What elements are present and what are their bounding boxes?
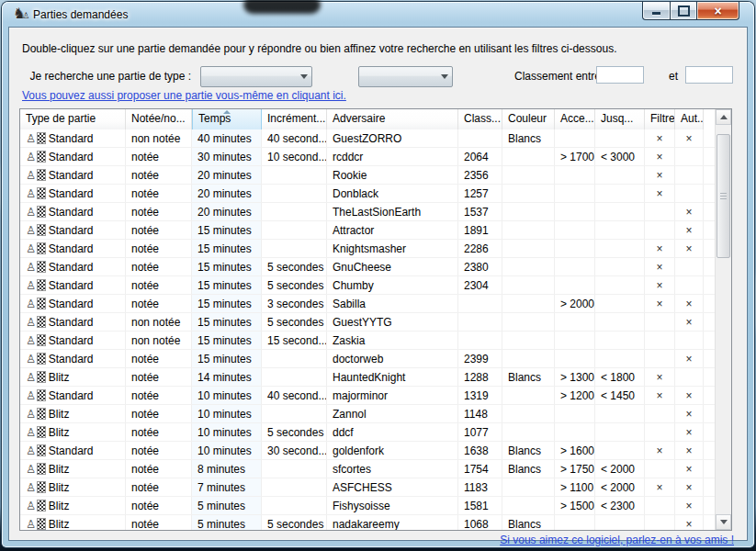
cell-rating bbox=[458, 332, 502, 349]
vertical-scrollbar[interactable] bbox=[715, 109, 731, 530]
rating-min-input[interactable] bbox=[596, 66, 644, 84]
cell-adversary: goldenfork bbox=[327, 442, 458, 459]
cell-time: 40 minutes bbox=[192, 129, 262, 147]
column-header-accept[interactable]: Acce... bbox=[555, 109, 595, 129]
cell-accept bbox=[555, 515, 595, 530]
cell-rated: notée bbox=[126, 515, 192, 530]
game-row[interactable]: ♙Blitznotée7 minutesASFCHESS1183> 1100< … bbox=[20, 478, 716, 497]
cell-rated: notée bbox=[126, 258, 192, 276]
cell-time: 15 minutes bbox=[192, 350, 262, 367]
game-row[interactable]: ♙Standardnotée20 minutesDonblack1257× bbox=[20, 185, 716, 203]
cell-time: 20 minutes bbox=[192, 166, 262, 184]
game-row[interactable]: ♙Standardnotée15 minutesdoctorweb2399× bbox=[20, 350, 716, 368]
game-row[interactable]: ♙Blitznotée10 minutesZannol1148× bbox=[20, 405, 716, 423]
game-row[interactable]: ♙Standardnon notée15 minutes15 second...… bbox=[20, 332, 716, 350]
cell-adversary: Donblack bbox=[327, 185, 458, 202]
cell-color bbox=[502, 350, 555, 367]
cell-rating: 1891 bbox=[458, 221, 502, 239]
maximize-button[interactable] bbox=[670, 2, 697, 20]
column-header-until[interactable]: Jusq... bbox=[595, 109, 645, 129]
cell-accept bbox=[555, 405, 595, 422]
chess-game-icon: ♙ bbox=[26, 224, 46, 236]
cell-adversary: nadakareemy bbox=[327, 515, 458, 530]
games-listview[interactable]: Type de partieNotée/no...TempsIncrément.… bbox=[19, 108, 732, 531]
chess-game-icon: ♙ bbox=[26, 426, 46, 438]
scrollbar-thumb[interactable] bbox=[717, 134, 730, 258]
column-header-increment[interactable]: Incrément... bbox=[262, 109, 327, 129]
cell-accept: > 2000 bbox=[555, 295, 595, 312]
chess-game-icon: ♙ bbox=[26, 298, 46, 309]
game-variant-select[interactable] bbox=[358, 66, 453, 87]
game-row[interactable]: ♙Standardnotée20 minutesTheLastSionEarth… bbox=[20, 203, 716, 221]
scroll-down-button[interactable] bbox=[716, 514, 731, 530]
chess-game-icon: ♙ bbox=[26, 444, 46, 456]
column-header-rated[interactable]: Notée/no... bbox=[126, 109, 192, 129]
intro-text: Double-cliquez sur une partie demandée p… bbox=[22, 42, 739, 55]
chess-game-icon: ♙ bbox=[26, 518, 46, 530]
cell-rated: non notée bbox=[126, 313, 192, 331]
rating-max-input[interactable] bbox=[685, 66, 733, 84]
game-row[interactable]: ♙Standardnotée15 minutes3 secondesSabill… bbox=[20, 295, 716, 313]
game-row[interactable]: ♙Standardnon notée40 minutes40 second...… bbox=[20, 129, 716, 148]
game-row[interactable]: ♙Blitznotée5 minutes5 secondesnadakareem… bbox=[20, 515, 716, 530]
minimize-button[interactable] bbox=[642, 2, 670, 20]
caret-up-icon bbox=[720, 115, 728, 119]
titlebar[interactable]: ♞♙ Parties demandées × bbox=[2, 2, 754, 28]
cell-rating: 1183 bbox=[458, 478, 502, 496]
column-header-time[interactable]: Temps bbox=[192, 109, 262, 129]
game-row[interactable]: ♙Standardnotée15 minutes5 secondesGnuChe… bbox=[20, 258, 716, 276]
game-row[interactable]: ♙Standardnon notée15 minutes5 secondesGu… bbox=[20, 313, 716, 332]
cell-type: ♙Standard bbox=[20, 203, 126, 220]
game-row[interactable]: ♙Blitznotée5 minutesFishysoisse1581> 150… bbox=[20, 497, 716, 515]
cell-type: ♙Standard bbox=[20, 129, 126, 147]
propose-game-link[interactable]: Vous pouvez aussi proposer une partie vo… bbox=[22, 89, 346, 102]
chess-game-icon: ♙ bbox=[26, 389, 46, 401]
game-row[interactable]: ♙Standardnotée10 minutes40 second...majo… bbox=[20, 387, 716, 405]
column-header-rating[interactable]: Class... bbox=[458, 109, 502, 129]
game-row[interactable]: ♙Blitznotée10 minutes5 secondesddcf1077× bbox=[20, 423, 716, 442]
cell-filter: × bbox=[645, 295, 675, 312]
game-row[interactable]: ♙Standardnotée15 minutesKnightsmasher228… bbox=[20, 240, 716, 258]
cell-color: Blancs bbox=[502, 515, 555, 530]
cell-adversary: GuestYYTG bbox=[327, 313, 458, 331]
close-button[interactable]: × bbox=[697, 2, 739, 20]
cell-adversary: majorminor bbox=[327, 387, 458, 404]
cell-until bbox=[595, 258, 645, 276]
game-row[interactable]: ♙Standardnotée15 minutesAttractor1891× bbox=[20, 221, 716, 240]
scroll-up-button[interactable] bbox=[716, 109, 731, 125]
column-header-type[interactable]: Type de partie bbox=[20, 109, 126, 129]
chess-game-icon: ♙ bbox=[26, 334, 46, 346]
cell-until: < 2000 bbox=[595, 478, 645, 496]
cell-rating: 2304 bbox=[458, 276, 502, 294]
cell-increment: 40 second... bbox=[262, 129, 327, 147]
cell-until bbox=[595, 295, 645, 312]
cell-auto: × bbox=[675, 350, 704, 367]
cell-time: 20 minutes bbox=[192, 203, 262, 220]
game-row[interactable]: ♙Standardnotée20 minutesRookie2356× bbox=[20, 166, 716, 185]
cell-filter bbox=[645, 460, 675, 478]
column-header-filter[interactable]: Filtre bbox=[645, 109, 675, 129]
game-row[interactable]: ♙Blitznotée14 minutesHauntedKnight1288Bl… bbox=[20, 368, 716, 387]
footer-share-link[interactable]: Si vous aimez ce logiciel, parlez-en à v… bbox=[500, 534, 734, 546]
cell-color bbox=[502, 387, 555, 404]
cell-adversary: Chumby bbox=[327, 276, 458, 294]
column-header-auto[interactable]: Aut... bbox=[675, 109, 704, 129]
column-header-color[interactable]: Couleur bbox=[502, 109, 555, 129]
cell-rated: notée bbox=[126, 478, 192, 496]
cell-time: 15 minutes bbox=[192, 313, 262, 331]
cell-rated: notée bbox=[126, 497, 192, 514]
scrollbar-grip-icon bbox=[720, 193, 727, 200]
cell-until bbox=[595, 313, 645, 331]
cell-filter: × bbox=[645, 258, 675, 276]
cell-auto: × bbox=[675, 313, 704, 331]
game-row[interactable]: ♙Blitznotée8 minutessfcortes1754Blancs> … bbox=[20, 460, 716, 478]
column-header-adversary[interactable]: Adversaire bbox=[327, 109, 458, 129]
game-row[interactable]: ♙Standardnotée30 minutes10 second...rcdd… bbox=[20, 148, 716, 166]
game-row[interactable]: ♙Standardnotée15 minutes5 secondesChumby… bbox=[20, 276, 716, 295]
cell-filter bbox=[645, 203, 675, 220]
cell-accept: > 1200 bbox=[555, 387, 595, 404]
cell-rating: 2399 bbox=[458, 350, 502, 367]
game-type-select[interactable] bbox=[200, 66, 312, 87]
cell-accept: > 1500 bbox=[555, 497, 595, 514]
game-row[interactable]: ♙Standardnotée10 minutes30 second...gold… bbox=[20, 442, 716, 460]
